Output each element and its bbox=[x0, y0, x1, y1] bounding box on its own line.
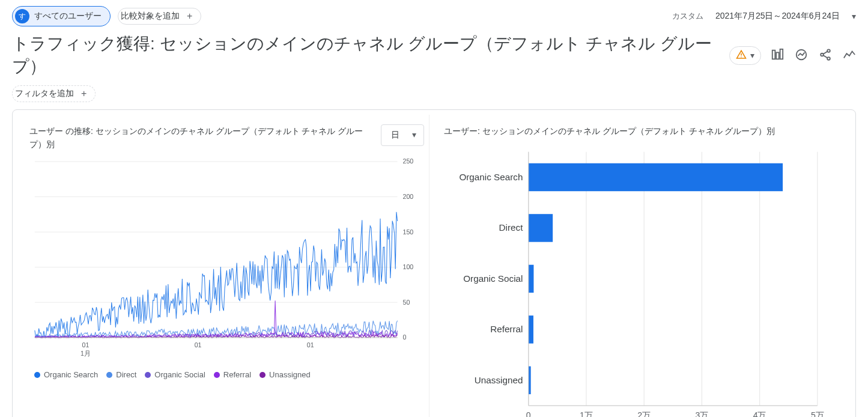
legend-item[interactable]: Organic Social bbox=[145, 370, 205, 379]
segment-label: すべてのユーザー bbox=[34, 11, 102, 22]
svg-text:250: 250 bbox=[402, 157, 413, 165]
svg-rect-3 bbox=[776, 52, 779, 59]
svg-text:50: 50 bbox=[402, 299, 410, 306]
add-filter-chip[interactable]: フィルタを追加 + bbox=[12, 85, 96, 102]
svg-rect-42 bbox=[529, 215, 553, 242]
svg-rect-4 bbox=[780, 49, 783, 59]
segment-chip-all-users[interactable]: す すべてのユーザー bbox=[12, 6, 111, 26]
svg-text:0: 0 bbox=[402, 333, 406, 341]
add-filter-label: フィルタを追加 bbox=[15, 88, 74, 99]
bar-chart-card: ユーザー: セッションのメインのチャネル グループ（デフォルト チャネル グルー… bbox=[429, 115, 843, 417]
svg-text:01: 01 bbox=[195, 341, 202, 349]
svg-text:1万: 1万 bbox=[580, 411, 593, 417]
plus-icon: + bbox=[81, 88, 86, 99]
segment-avatar: す bbox=[15, 9, 29, 23]
svg-line-9 bbox=[823, 51, 827, 54]
customize-report-icon[interactable] bbox=[771, 48, 784, 63]
share-icon[interactable] bbox=[819, 48, 832, 63]
svg-text:1月: 1月 bbox=[80, 350, 91, 357]
bar-chart-title: ユーザー: セッションのメインのチャネル グループ（デフォルト チャネル グルー… bbox=[444, 124, 839, 138]
svg-text:Organic Search: Organic Search bbox=[459, 172, 523, 182]
svg-text:01: 01 bbox=[82, 341, 89, 349]
date-range-picker[interactable]: 2021年7月25日～2024年6月24日 bbox=[715, 11, 840, 22]
legend-item[interactable]: Referral bbox=[214, 370, 251, 379]
insights-icon[interactable] bbox=[795, 48, 808, 63]
svg-text:200: 200 bbox=[402, 193, 413, 200]
add-compare-label: 比較対象を追加 bbox=[121, 11, 180, 22]
svg-rect-46 bbox=[529, 316, 533, 344]
granularity-select[interactable]: 日 bbox=[381, 124, 424, 146]
svg-rect-40 bbox=[529, 163, 783, 191]
legend-item[interactable]: Unassigned bbox=[259, 370, 311, 379]
page-title: トラフィック獲得: セッションのメインのチャネル グループ（デフォルト チャネル… bbox=[12, 32, 720, 78]
bar-chart: 01万2万3万4万5万Organic SearchDirectOrganic S… bbox=[444, 145, 839, 417]
svg-rect-44 bbox=[529, 265, 534, 293]
line-chart-title: ユーザー の推移: セッションのメインのチャネル グループ（デフォルト チャネル… bbox=[29, 124, 371, 151]
date-preset-label: カスタム bbox=[672, 11, 703, 22]
svg-text:Direct: Direct bbox=[499, 223, 524, 233]
add-compare-chip[interactable]: 比較対象を追加 + bbox=[118, 8, 201, 25]
plus-icon: + bbox=[187, 11, 192, 22]
sparkline-icon[interactable] bbox=[843, 48, 856, 63]
svg-text:100: 100 bbox=[402, 263, 413, 270]
svg-text:2万: 2万 bbox=[637, 411, 651, 417]
thresholding-warning-button[interactable]: ▾ bbox=[729, 46, 761, 65]
legend-item[interactable]: Organic Search bbox=[34, 370, 98, 379]
svg-text:3万: 3万 bbox=[695, 411, 708, 417]
line-chart-card: ユーザー の推移: セッションのメインのチャネル グループ（デフォルト チャネル… bbox=[25, 115, 429, 417]
svg-text:01: 01 bbox=[307, 341, 314, 349]
svg-text:4万: 4万 bbox=[753, 411, 766, 417]
svg-point-1 bbox=[741, 56, 742, 58]
svg-text:150: 150 bbox=[402, 228, 413, 235]
svg-text:5万: 5万 bbox=[811, 411, 824, 417]
warning-icon bbox=[736, 49, 747, 62]
svg-rect-2 bbox=[772, 50, 775, 59]
svg-text:Unassigned: Unassigned bbox=[475, 375, 523, 385]
svg-line-10 bbox=[823, 55, 827, 58]
svg-text:Organic Social: Organic Social bbox=[463, 273, 523, 284]
chevron-down-icon: ▾ bbox=[750, 50, 754, 60]
line-chart-legend: Organic SearchDirectOrganic SocialReferr… bbox=[29, 361, 424, 379]
chevron-down-icon: ▾ bbox=[852, 11, 856, 21]
legend-item[interactable]: Direct bbox=[106, 370, 136, 379]
line-chart: 0501001502002500101011月 bbox=[29, 156, 424, 359]
svg-text:0: 0 bbox=[526, 411, 531, 417]
svg-text:Referral: Referral bbox=[490, 324, 523, 334]
